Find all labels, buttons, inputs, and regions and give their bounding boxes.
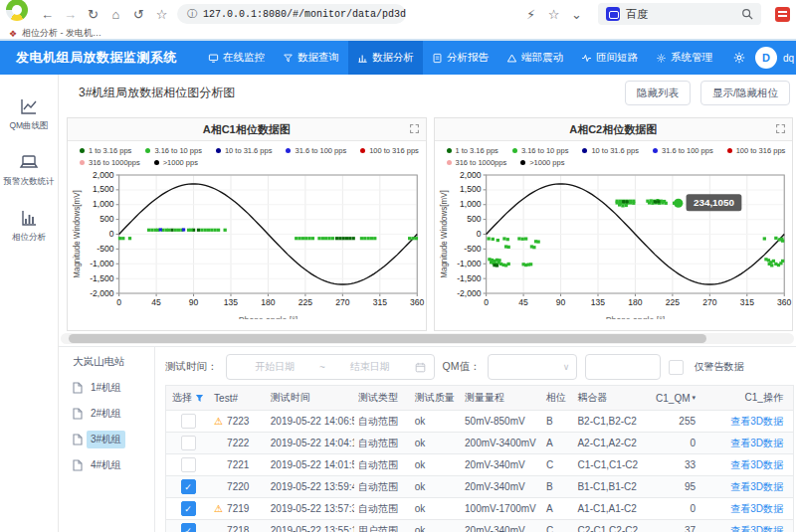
browser-toolbar: ← → ↻ ⌂ ↺ ☆ ⓘ 127.0.0.1:8080/#/monitor/d…	[0, 0, 796, 28]
tree-unit[interactable]: 3#机组	[73, 427, 154, 452]
start-date-placeholder[interactable]: 开始日期	[235, 360, 316, 374]
view-3d-link[interactable]: 查看3D数据	[730, 458, 783, 472]
horizontal-scrollbar-thumb[interactable]	[69, 334, 706, 343]
view-3d-link[interactable]: 查看3D数据	[730, 524, 783, 532]
flash-icon[interactable]: ⚡	[519, 7, 542, 22]
cell-test-type: 自动范围	[354, 458, 411, 472]
svg-text:1,000: 1,000	[93, 199, 114, 209]
expand-icon[interactable]	[775, 123, 786, 134]
sidebar-item-alarm-stats[interactable]: 预警次数统计	[4, 152, 55, 188]
legend-item[interactable]: >1000 pps	[154, 158, 198, 167]
legend-item[interactable]: 31.6 to 100 pps	[286, 146, 346, 155]
cell-test-type: 自动范围	[354, 437, 411, 450]
cell-test-time: 2019-05-22 13:59:41	[267, 481, 354, 492]
legend-dot-icon	[360, 148, 365, 153]
view-3d-link[interactable]: 查看3D数据	[730, 437, 783, 450]
hide-list-button[interactable]: 隐藏列表	[625, 81, 691, 105]
chevron-down-icon[interactable]: ⌄	[565, 7, 588, 22]
row-checkbox[interactable]	[181, 457, 196, 472]
search-engine-label: 百度	[626, 7, 648, 22]
home-icon[interactable]: ⌂	[104, 7, 127, 22]
phase-plot-1[interactable]: 04590135180225270315360-2,000-1,500-1,00…	[68, 170, 426, 319]
legend-item[interactable]: 316 to 1000pps	[447, 158, 507, 167]
nav-item-online-monitor[interactable]: 在线监控	[199, 41, 274, 75]
nav-item-label: 匝间短路	[596, 51, 638, 65]
tree-unit[interactable]: 1#机组	[73, 375, 154, 401]
nav-item-end-vibration[interactable]: 端部震动	[498, 41, 572, 75]
tree-station[interactable]: 大岚山电站	[73, 355, 154, 369]
legend-item[interactable]: 100 to 316 pps	[360, 146, 419, 155]
column-header-8[interactable]: C1_QM▾	[643, 393, 711, 404]
cell-coupler: C2-C1,C2-C2	[573, 525, 642, 532]
row-checkbox[interactable]	[181, 436, 196, 450]
toggle-phase-button[interactable]: 显示/隐藏相位	[700, 81, 790, 105]
view-3d-link[interactable]: 查看3D数据	[730, 502, 783, 516]
extension-icon[interactable]	[775, 7, 790, 22]
qm-operator-select[interactable]: ∨	[488, 354, 577, 380]
chart-legend: 1 to 3.16 pps3.16 to 10 pps10 to 31.6 pp…	[435, 141, 793, 170]
baidu-search-box[interactable]: 百度	[598, 3, 761, 25]
view-3d-link[interactable]: 查看3D数据	[730, 415, 783, 429]
cell-select: ✓	[166, 523, 210, 532]
undo-icon[interactable]: ↺	[127, 7, 150, 22]
end-date-placeholder[interactable]: 结束日期	[329, 360, 411, 374]
legend-dot-icon	[582, 148, 587, 153]
address-bar[interactable]: ⓘ 127.0.0.1:8080/#/monitor/data/pd3d	[177, 4, 406, 24]
forward-icon[interactable]: →	[59, 7, 82, 22]
chart-tooltip: 234,1050	[686, 194, 741, 211]
site-info-icon[interactable]: ⓘ	[187, 7, 197, 21]
page-header: 3#机组局放数据相位图分析图 隐藏列表 显示/隐藏相位	[59, 75, 796, 111]
phase-plot-2[interactable]: 04590135180225270315360-2,000-1,500-1,00…	[435, 170, 793, 319]
svg-text:315: 315	[373, 297, 388, 307]
legend-dot-icon	[447, 148, 452, 153]
nav-settings-button[interactable]	[723, 41, 755, 75]
bottom-panel: 大岚山电站 1#机组2#机组3#机组4#机组 测试时间： 开始日期 ~ 结束日期	[59, 346, 796, 532]
nav-item-interturn-short[interactable]: 匝间短路	[572, 41, 647, 75]
legend-item[interactable]: 1 to 3.16 pps	[80, 146, 131, 155]
sidebar-item-qm-curve[interactable]: QM曲线图	[9, 96, 48, 132]
tree-unit[interactable]: 2#机组	[73, 401, 154, 427]
view-3d-link[interactable]: 查看3D数据	[730, 480, 783, 494]
sort-caret-icon[interactable]: ▾	[693, 394, 696, 402]
nav-item-analysis-report[interactable]: 分析报告	[423, 41, 498, 75]
row-checkbox[interactable]: ✓	[181, 479, 196, 494]
bookmark-star-icon[interactable]: ☆	[150, 7, 173, 22]
svg-text:180: 180	[628, 297, 643, 307]
reload-icon[interactable]: ↻	[82, 7, 104, 22]
nav-item-data-query[interactable]: 数据查询	[274, 41, 348, 75]
row-checkbox[interactable]	[181, 414, 196, 429]
legend-item[interactable]: 3.16 to 10 pps	[145, 146, 202, 155]
back-icon[interactable]: ←	[36, 7, 59, 22]
warning-only-checkbox[interactable]	[669, 360, 684, 375]
search-icon[interactable]	[741, 8, 753, 20]
browser-logo-icon[interactable]	[6, 0, 28, 21]
svg-text:2,000: 2,000	[460, 170, 482, 180]
legend-item[interactable]: 316 to 1000pps	[80, 158, 140, 167]
legend-item[interactable]: 10 to 31.6 pps	[582, 146, 639, 155]
legend-item[interactable]: >1000 pps	[520, 158, 564, 167]
bookmarks-bar: ❖ 相位分析 - 发电机…	[0, 28, 796, 41]
nav-item-system-management[interactable]: 系统管理	[647, 41, 721, 75]
filter-funnel-icon[interactable]	[195, 394, 204, 403]
bookmark-label[interactable]: 相位分析 - 发电机…	[22, 27, 101, 40]
sidebar-item-label: 相位分析	[12, 232, 46, 244]
legend-item[interactable]: 10 to 31.6 pps	[216, 146, 273, 155]
favorite-icon[interactable]: ☆	[542, 7, 565, 22]
date-range-input[interactable]: 开始日期 ~ 结束日期	[226, 354, 435, 380]
table-header-row: 选择Test#测试时间测试类型测试质量测量量程相位耦合器C1_QM▾C1_操作	[166, 386, 793, 411]
qm-value-input[interactable]	[585, 354, 661, 380]
sidebar-item-phase-analysis[interactable]: 相位分析	[12, 208, 46, 244]
laptop-icon	[19, 152, 39, 172]
tree-unit[interactable]: 4#机组	[73, 452, 154, 478]
expand-icon[interactable]	[409, 123, 420, 134]
legend-item[interactable]: 100 to 316 pps	[727, 146, 786, 155]
row-checkbox[interactable]: ✓	[181, 523, 196, 532]
legend-item[interactable]: 3.16 to 10 pps	[512, 146, 569, 155]
legend-item[interactable]: 31.6 to 100 pps	[653, 146, 713, 155]
legend-item[interactable]: 1 to 3.16 pps	[447, 146, 498, 155]
nav-item-data-analysis[interactable]: 数据分析	[348, 41, 423, 75]
column-header-label: 耦合器	[577, 391, 607, 405]
column-header-5: 测量量程	[461, 391, 542, 405]
row-checkbox[interactable]: ✓	[181, 501, 196, 516]
user-avatar[interactable]: D	[755, 47, 777, 69]
